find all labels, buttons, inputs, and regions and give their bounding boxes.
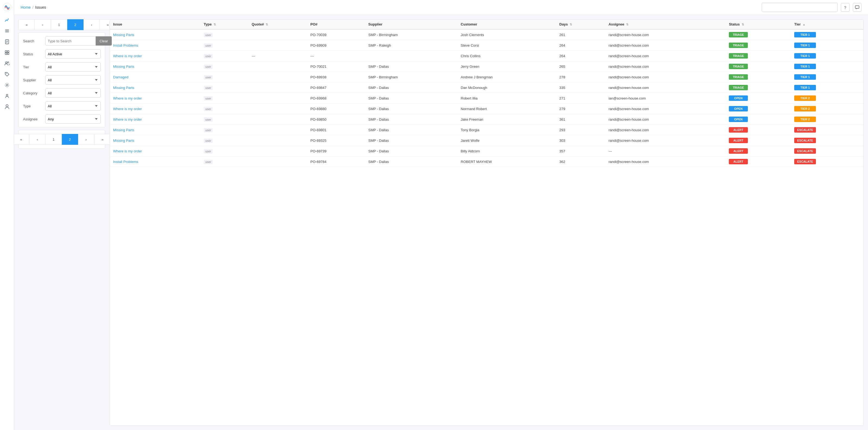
page-next-btn[interactable]: ›	[84, 19, 100, 30]
status-badge: TRIAGE	[729, 85, 748, 90]
issue-link[interactable]: Install Problems	[113, 160, 138, 164]
type-badge: user	[204, 75, 213, 79]
cell-status: TRIAGE	[725, 72, 791, 82]
issue-link[interactable]: Missing Parts	[113, 138, 134, 143]
tier-badge: TIER 1	[794, 32, 816, 37]
cell-tier: TIER 1	[791, 51, 863, 61]
cell-type: user	[200, 135, 248, 146]
cell-issue: Install Problems	[110, 40, 200, 51]
cell-status: ALERT	[725, 125, 791, 135]
topbar-search-input[interactable]	[762, 3, 838, 12]
svg-rect-9	[7, 51, 9, 52]
cell-status: TRIAGE	[725, 82, 791, 93]
col-customer[interactable]: Customer	[458, 20, 556, 29]
grid-icon[interactable]	[2, 48, 12, 58]
issue-link[interactable]: Where is my order	[113, 107, 142, 111]
breadcrumb-home[interactable]: Home	[21, 5, 31, 9]
svg-point-13	[7, 62, 9, 63]
cell-status: TRIAGE	[725, 61, 791, 72]
search-input[interactable]	[45, 36, 96, 45]
cell-issue: Where is my order	[110, 114, 200, 125]
type-select[interactable]: All	[45, 101, 101, 111]
clear-button[interactable]: Clear	[96, 36, 112, 45]
cell-po: PO-69880	[307, 104, 365, 114]
status-badge: OPEN	[729, 95, 748, 101]
table-row: Missing Parts user PO-70039 SMP - Birmin…	[110, 29, 863, 40]
category-select[interactable]: All	[45, 88, 101, 98]
assignee-select[interactable]: Any	[45, 114, 101, 124]
tier-select[interactable]: All Tier 1 Tier 2 Escalate	[45, 62, 101, 72]
col-assignee[interactable]: Assignee ⇅	[605, 20, 725, 29]
cell-po: PO-69801	[307, 125, 365, 135]
team-icon[interactable]	[2, 91, 12, 101]
issue-link[interactable]: Missing Parts	[113, 128, 134, 132]
issue-link[interactable]: Where is my order	[113, 96, 142, 100]
cell-customer: Chris Collins	[458, 51, 556, 61]
tag-icon[interactable]	[2, 69, 12, 79]
cell-customer: Andrew J Brengman	[458, 72, 556, 82]
table-row: Missing Parts user PO-70021 SMP - Dallas…	[110, 61, 863, 72]
breadcrumb: Home / Issues	[21, 5, 46, 9]
user-group-icon[interactable]	[2, 59, 12, 68]
page-1-btn[interactable]: 1	[51, 19, 67, 30]
issue-link[interactable]: Where is my order	[113, 54, 142, 58]
page-2-btn[interactable]: 2	[67, 19, 84, 30]
bottom-pagination: « ‹ 1 2 › »	[14, 134, 111, 145]
chat-button[interactable]	[853, 3, 862, 12]
cell-type: user	[200, 72, 248, 82]
bottom-page-1-btn[interactable]: 1	[45, 134, 62, 145]
cell-supplier: SMP - Dallas	[365, 125, 458, 135]
cell-assignee: randi@screen-house.com	[605, 104, 725, 114]
issue-link[interactable]: Where is my order	[113, 149, 142, 153]
col-type[interactable]: Type ⇅	[200, 20, 248, 29]
tier-badge: TIER 1	[794, 85, 816, 90]
page-prev-btn[interactable]: ‹	[35, 19, 51, 30]
list-icon[interactable]	[2, 26, 12, 36]
table-row: Install Problems user PO-69784 SMP - Dal…	[110, 157, 863, 167]
cell-po: PO-70021	[307, 61, 365, 72]
col-supplier[interactable]: Supplier	[365, 20, 458, 29]
col-tier[interactable]: Tier ▲	[791, 20, 863, 29]
cell-days: 264	[556, 40, 605, 51]
issue-link[interactable]: Install Problems	[113, 43, 138, 47]
col-issue[interactable]: Issue	[110, 20, 200, 29]
assignee-filter-label: Assignee	[23, 117, 42, 121]
col-days[interactable]: Days ⇅	[556, 20, 605, 29]
cell-assignee: randi@screen-house.com	[605, 114, 725, 125]
table-header-row: Issue Type ⇅ Quote# ⇅ PO# Supplier Custo…	[110, 20, 863, 29]
page-first-btn[interactable]: «	[19, 19, 35, 30]
issue-link[interactable]: Damaged	[113, 75, 128, 79]
cell-days: 362	[556, 157, 605, 167]
issue-link[interactable]: Missing Parts	[113, 86, 134, 90]
col-quote[interactable]: Quote# ⇅	[248, 20, 307, 29]
supplier-select[interactable]: All	[45, 75, 101, 85]
cell-tier: TIER 2	[791, 93, 863, 104]
type-badge: user	[204, 96, 213, 101]
bottom-page-next-btn[interactable]: ›	[78, 134, 94, 145]
chart-icon[interactable]	[2, 15, 12, 25]
status-select[interactable]: All Active Active Closed	[45, 49, 101, 59]
tier-badge: TIER 1	[794, 64, 816, 69]
issue-link[interactable]: Missing Parts	[113, 65, 134, 69]
cell-type: user	[200, 104, 248, 114]
cell-type: user	[200, 82, 248, 93]
cell-issue: Missing Parts	[110, 125, 200, 135]
status-filter-label: Status	[23, 52, 42, 56]
help-button[interactable]: ?	[841, 3, 849, 12]
bottom-page-2-btn[interactable]: 2	[62, 134, 78, 145]
issue-link[interactable]: Where is my order	[113, 118, 142, 122]
document-icon[interactable]	[2, 37, 12, 46]
search-input-wrap: Clear	[45, 36, 112, 45]
chat-icon	[855, 5, 859, 9]
person-icon[interactable]	[2, 102, 12, 112]
issue-link[interactable]: Missing Parts	[113, 33, 134, 37]
bottom-page-last-btn[interactable]: »	[94, 134, 111, 145]
settings-icon[interactable]	[2, 80, 12, 90]
app-logo[interactable]	[2, 2, 12, 12]
col-po[interactable]: PO#	[307, 20, 365, 29]
col-status[interactable]: Status ⇅	[725, 20, 791, 29]
bottom-page-prev-btn[interactable]: ‹	[29, 134, 45, 145]
cell-quote: ---	[248, 51, 307, 61]
bottom-page-first-btn[interactable]: «	[14, 134, 29, 145]
cell-status: ALERT	[725, 135, 791, 146]
